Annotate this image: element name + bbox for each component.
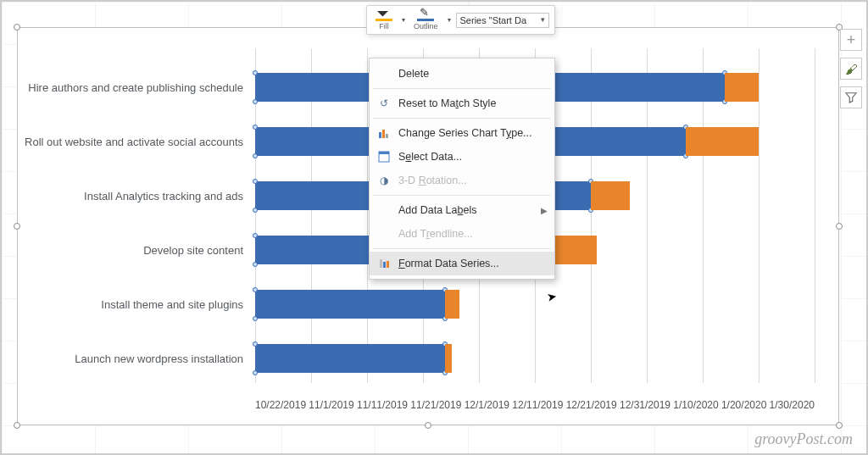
chart-styles-button[interactable]: 🖌 [840, 58, 862, 80]
pen-icon [417, 9, 434, 21]
ctx-delete[interactable]: Delete [370, 62, 554, 86]
category-label: Hire authors and create publishing sched… [23, 81, 243, 94]
x-tick: 12/11/2019 [512, 399, 563, 411]
bar-segment-start[interactable] [255, 344, 445, 373]
separator [373, 195, 551, 196]
gridline [815, 48, 815, 383]
x-tick: 12/1/2019 [465, 399, 509, 411]
svg-rect-4 [379, 152, 389, 154]
svg-rect-1 [382, 130, 385, 138]
separator [373, 118, 551, 119]
svg-rect-0 [379, 132, 381, 138]
category-label: Develop site content [23, 244, 243, 257]
submenu-arrow-icon: ▶ [541, 206, 548, 215]
x-tick: 1/30/2020 [770, 399, 815, 411]
ctx-label: Format Data Series... [398, 258, 499, 269]
x-tick: 12/31/2019 [620, 399, 670, 411]
ctx-reset[interactable]: ↺ Reset to Match Style [370, 92, 554, 115]
category-label: Install Analytics tracking and ads [23, 190, 243, 203]
ctx-label: Select Data... [398, 151, 462, 163]
x-tick: 12/21/2019 [566, 399, 617, 411]
watermark: groovyPost.com [754, 430, 853, 448]
resize-handle[interactable] [14, 223, 20, 230]
ctx-label: Delete [398, 68, 429, 80]
reset-icon: ↺ [376, 97, 392, 110]
ctx-change-chart-type[interactable]: Change Series Chart Type... [370, 121, 554, 145]
ctx-3d-rotation: ◑ 3-D Rotation... [370, 169, 554, 192]
select-data-icon [376, 150, 392, 164]
svg-rect-6 [383, 262, 386, 268]
blank-icon [376, 67, 392, 80]
chart-type-icon [376, 126, 392, 140]
svg-rect-5 [380, 259, 382, 268]
fill-button[interactable]: Fill [372, 8, 396, 31]
format-series-icon [376, 257, 392, 270]
ctx-label: Change Series Chart Type... [398, 127, 532, 139]
blank-icon [376, 227, 392, 241]
bar-segment-duration[interactable] [725, 73, 759, 102]
category-label: Install theme and site plugins [23, 298, 243, 311]
mouse-cursor-icon: ➤ [546, 289, 559, 304]
ctx-label: 3-D Rotation... [398, 175, 467, 186]
x-tick: 10/22/2019 [255, 399, 306, 411]
ctx-add-data-labels[interactable]: Add Data Labels ▶ [370, 198, 554, 222]
chart-filters-button[interactable] [840, 86, 862, 108]
blank-icon [376, 203, 392, 217]
fill-label: Fill [379, 22, 389, 31]
series-selector[interactable]: Series "Start Da [456, 13, 549, 28]
category-label: Launch new wordpress installation [23, 352, 243, 365]
chart-quick-tools: + 🖌 [840, 29, 862, 108]
svg-rect-2 [386, 134, 388, 138]
category-label: Roll out website and activate social acc… [23, 136, 243, 148]
resize-handle[interactable] [836, 223, 843, 230]
x-tick: 1/20/2020 [721, 399, 766, 411]
resize-handle[interactable] [425, 422, 431, 429]
fill-dropdown-caret[interactable]: ▾ [402, 16, 405, 24]
svg-rect-7 [387, 261, 389, 268]
ctx-select-data[interactable]: Select Data... [370, 145, 554, 169]
resize-handle[interactable] [14, 24, 20, 31]
resize-handle[interactable] [14, 422, 20, 429]
x-tick: 11/21/2019 [410, 399, 461, 411]
ctx-add-trendline: Add Trendline... [370, 222, 554, 246]
ctx-label: Add Trendline... [398, 228, 473, 240]
rotation-icon: ◑ [376, 174, 392, 187]
bar-segment-duration[interactable] [591, 181, 630, 210]
chart-elements-button[interactable]: + [840, 29, 862, 51]
paint-bucket-icon [376, 9, 392, 21]
separator [373, 248, 551, 249]
outline-button[interactable]: Outline [410, 8, 442, 31]
bar-segment-duration[interactable] [445, 344, 452, 373]
ctx-format-data-series[interactable]: Format Data Series... [370, 252, 554, 275]
x-tick: 11/1/2019 [309, 399, 353, 411]
x-tick: 1/10/2020 [673, 399, 718, 411]
filter-icon [845, 92, 857, 103]
series-selector-text: Series "Start Da [460, 15, 527, 25]
ctx-label: Add Data Labels [398, 204, 476, 216]
mini-toolbar: Fill ▾ Outline ▾ Series "Start Da [366, 5, 555, 35]
ctx-label: Reset to Match Style [398, 97, 496, 109]
separator [373, 88, 551, 89]
brush-icon: 🖌 [845, 62, 858, 76]
bar-segment-start[interactable] [255, 290, 445, 319]
context-menu: Delete ↺ Reset to Match Style Change Ser… [369, 58, 555, 280]
x-axis[interactable]: 10/22/2019 11/1/2019 11/11/2019 11/21/20… [255, 394, 815, 411]
bar-row: Install theme and site plugins [255, 277, 815, 331]
x-tick: 11/11/2019 [357, 399, 408, 411]
bar-segment-duration[interactable] [686, 127, 759, 156]
outline-dropdown-caret[interactable]: ▾ [448, 16, 451, 24]
outline-label: Outline [414, 22, 438, 31]
bar-row: Launch new wordpress installation [255, 331, 815, 386]
resize-handle[interactable] [836, 422, 843, 429]
bar-segment-duration[interactable] [445, 290, 459, 319]
